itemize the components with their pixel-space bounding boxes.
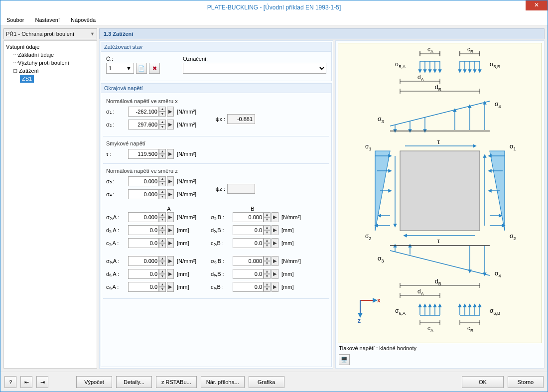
sigma6a-input[interactable]: ▲▼▶ (128, 256, 174, 266)
svg-text:dA: dA (417, 74, 424, 82)
c5b-input[interactable]: ▲▼▶ (233, 238, 278, 248)
tree-loads[interactable]: Zatížení (13, 67, 95, 75)
svg-text:σ6,B: σ6,B (490, 307, 500, 316)
app-window: PLATE-BUCKLING - [Úvodní příklad EN 1993… (0, 0, 548, 392)
diagram: cA cB σ5,A σ5,B dA dB (338, 43, 542, 343)
svg-text:σ6,A: σ6,A (395, 307, 406, 316)
left-column: PŘ1 - Ochrana proti boulení ▼ Vstupní úd… (3, 28, 97, 369)
graphic-button[interactable]: Grafika (249, 376, 284, 388)
svg-text:σ4: σ4 (495, 101, 501, 109)
d5a-input[interactable]: ▲▼▶ (128, 225, 174, 235)
next-button[interactable]: ⇥ (36, 376, 48, 388)
calc-button[interactable]: Výpočet (76, 376, 112, 388)
c6a-input[interactable]: ▲▼▶ (128, 282, 174, 292)
svg-text:dA: dA (417, 288, 424, 296)
svg-text:σ2: σ2 (365, 233, 371, 241)
svg-text:cA: cA (427, 325, 433, 333)
columns: Zatěžovací stav Č.: 1 ▼ (99, 40, 545, 369)
close-button[interactable]: ✕ (526, 0, 548, 10)
case-combo-value: PŘ1 - Ochrana proti boulení (6, 31, 74, 37)
tree-zs1[interactable]: ZS1 (20, 75, 34, 83)
svg-text:σ1: σ1 (365, 143, 371, 151)
new-lc-button[interactable]: 📄 (136, 63, 147, 74)
sigma3-input[interactable]: ▲▼▶ (128, 176, 174, 186)
sigma4-input[interactable]: ▲▼▶ (128, 189, 174, 199)
d6a-input[interactable]: ▲▼▶ (128, 269, 174, 279)
group-edge: Okrajová napětí Normálová napětí ve směr… (101, 83, 332, 367)
group-loadcase: Zatěžovací stav Č.: 1 ▼ (101, 42, 332, 81)
svg-text:cA: cA (427, 46, 433, 54)
lc-number-label: Č.: (106, 56, 160, 62)
cancel-button[interactable]: Storno (508, 376, 544, 388)
annex-button[interactable]: Nár. příloha... (201, 376, 245, 388)
ok-button[interactable]: OK (462, 376, 504, 388)
d6b-input[interactable]: ▲▼▶ (233, 269, 278, 279)
svg-text:cB: cB (467, 46, 473, 54)
tree-root[interactable]: Vstupní údaje (6, 43, 95, 51)
content-area: PŘ1 - Ochrana proti boulení ▼ Vstupní úd… (0, 25, 548, 372)
tau-label: τ : (106, 151, 125, 157)
menu-file[interactable]: Soubor (3, 16, 27, 24)
titlebar: PLATE-BUCKLING - [Úvodní příklad EN 1993… (0, 0, 548, 14)
sigma1-input[interactable]: ▲▼▶ (128, 107, 174, 117)
svg-text:σ3: σ3 (378, 116, 384, 124)
svg-text:σ5,B: σ5,B (490, 61, 500, 69)
lc-number-combo[interactable]: 1 ▼ (106, 63, 134, 74)
case-combo[interactable]: PŘ1 - Ochrana proti boulení ▼ (3, 28, 97, 39)
c6b-input[interactable]: ▲▼▶ (233, 282, 278, 292)
tau-input[interactable]: ▲▼▶ (128, 149, 174, 159)
svg-text:σ4: σ4 (495, 270, 501, 278)
diagram-options-button[interactable]: 🖥️ (339, 354, 350, 365)
sigma5a-input[interactable]: ▲▼▶ (128, 212, 174, 222)
svg-text:dB: dB (435, 84, 441, 92)
sigma2-label: σ₂ : (106, 122, 125, 128)
psix-label: ψx : (211, 116, 225, 122)
unit-nmm2: [N/mm²] (177, 109, 196, 115)
prev-button[interactable]: ⇤ (20, 376, 32, 388)
form-pane: Zatěžovací stav Č.: 1 ▼ (99, 40, 333, 369)
menu-help[interactable]: Nápověda (68, 16, 99, 24)
tree-basic[interactable]: Základní údaje (13, 51, 95, 59)
window-title: PLATE-BUCKLING - [Úvodní příklad EN 1993… (207, 4, 341, 11)
svg-text:dB: dB (435, 278, 441, 286)
svg-text:σ1: σ1 (510, 143, 516, 151)
svg-text:τ: τ (437, 238, 440, 245)
c5a-input[interactable]: ▲▼▶ (128, 238, 174, 248)
sigma2-input[interactable]: ▲▼▶ (128, 120, 174, 130)
sigma5b-input[interactable]: ▲▼▶ (233, 212, 278, 222)
delete-lc-button[interactable]: ✖ (149, 63, 160, 74)
panel-header: 1.3 Zatížení (99, 28, 545, 39)
menu-settings[interactable]: Nastavení (32, 16, 63, 24)
diagram-caption: Tlakové napětí : kladné hodnoty (338, 343, 542, 353)
chevron-down-icon: ▼ (90, 31, 95, 36)
sigma6b-input[interactable]: ▲▼▶ (233, 256, 278, 266)
svg-text:τ: τ (437, 138, 440, 145)
diagram-pane: cA cB σ5,A σ5,B dA dB (335, 40, 545, 369)
nz-title: Normálová napětí ve směru z (106, 168, 326, 174)
psiz-label: ψz : (211, 186, 225, 192)
lc-desc-combo[interactable] (183, 63, 326, 74)
group-edge-title: Okrajová napětí (101, 84, 331, 93)
nav-tree[interactable]: Vstupní údaje Základní údaje Výztuhy pro… (3, 40, 97, 369)
svg-text:σ5,A: σ5,A (395, 61, 406, 69)
shear-title: Smykové napětí (106, 140, 326, 146)
nx-title: Normálová napětí ve směru x (106, 98, 326, 104)
menu-bar: Soubor Nastavení Nápověda (0, 14, 548, 25)
svg-text:σ2: σ2 (510, 233, 516, 241)
svg-text:z: z (358, 317, 361, 324)
footer: ？ ⇤ ⇥ Výpočet Detaily... z RSTABu... Nár… (0, 372, 548, 392)
tree-stiffeners[interactable]: Výztuhy proti boulení (13, 59, 95, 67)
psiz-value (227, 184, 255, 194)
rstab-button[interactable]: z RSTABu... (156, 376, 197, 388)
help-button[interactable]: ？ (4, 376, 16, 388)
group-loadcase-title: Zatěžovací stav (101, 42, 331, 52)
svg-text:x: x (377, 297, 381, 304)
col-b-header: B (211, 206, 294, 212)
details-button[interactable]: Detaily... (116, 376, 152, 388)
main-pane: 1.3 Zatížení Zatěžovací stav Č.: 1 (99, 28, 545, 369)
sigma1-label: σ₁ : (106, 109, 125, 115)
psix-value (227, 114, 255, 124)
d5b-input[interactable]: ▲▼▶ (233, 225, 278, 235)
svg-text:σ3: σ3 (378, 255, 384, 263)
svg-rect-39 (400, 151, 480, 231)
